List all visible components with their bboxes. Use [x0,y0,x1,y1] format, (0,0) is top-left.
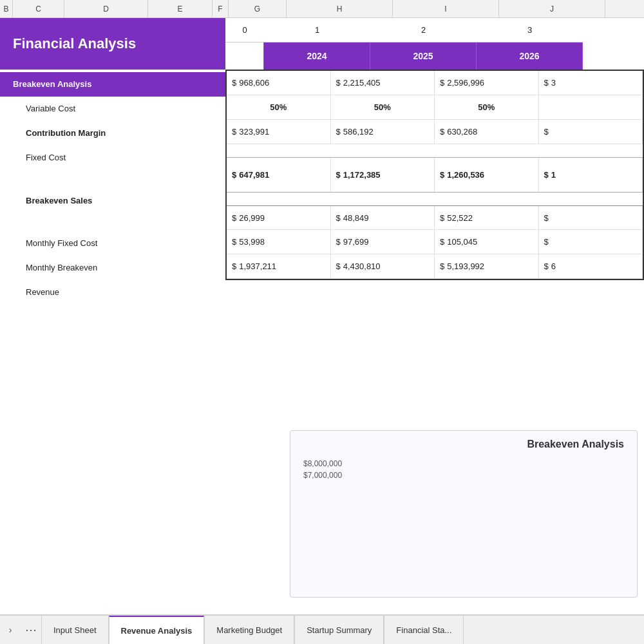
spreadsheet-area: Financial Analysis Breakeven Analysis Va… [0,18,644,598]
year-cell-empty [225,43,264,70]
cell-mfc-2025: $48,849 [331,206,435,229]
col-e: E [148,0,213,17]
col-numbers-row: 0 1 2 3 [225,18,583,43]
row-fixed-cost: $323,991 $586,192 $630,268 $ [227,120,643,144]
col-f: F [213,0,229,17]
sheet-tabs-bar: › ⋯ Input Sheet Revenue Analysis Marketi… [0,614,644,644]
chart-y-label-8m: $8,000,000 [303,459,624,468]
chart-title: Breakeven Analysis [290,431,637,450]
year-header-row: 2024 2025 2026 [225,43,583,70]
chart-y-label-7m: $7,000,000 [303,471,624,480]
row-variable-cost: $968,606 $2,215,405 $2,596,996 $3 [227,71,643,95]
year-cell-2025: 2025 [370,43,477,70]
cell-cm-2026: 50% [435,95,539,119]
cell-mfc-beyond: $ [539,206,643,229]
financial-analysis-header: Financial Analysis [0,18,225,70]
col-i: I [393,0,499,17]
cell-mb-beyond: $ [539,230,643,254]
cell-bs-2026: $1,260,536 [435,158,539,192]
cell-rev-beyond: $6 [539,254,643,278]
col-num-1: 1 [264,25,370,35]
cell-mfc-2026: $52,522 [435,206,539,229]
row-spacer-2 [227,193,643,205]
row-monthly-fixed-cost: $26,999 $48,849 $52,522 $ [227,205,643,230]
tab-financial-sta[interactable]: Financial Sta... [384,616,464,644]
section-breakeven-analysis: Breakeven Analysis [0,72,225,97]
tab-revenue-analysis[interactable]: Revenue Analysis [109,616,205,644]
label-contribution-margin: Contribution Margin [0,121,225,146]
cell-fc-2024: $323,991 [227,120,331,144]
cell-vc-2026: $2,596,996 [435,71,539,95]
col-num-2: 2 [370,25,477,35]
cell-vc-beyond: $3 [539,71,643,95]
chart-area: Breakeven Analysis $8,000,000 $7,000,000 [290,430,638,598]
col-num-0: 0 [225,25,264,35]
cell-fc-2025: $586,192 [331,120,435,144]
cell-rev-2024: $1,937,211 [227,254,331,278]
cell-vc-2025: $2,215,405 [331,71,435,95]
cell-bs-2024: $647,981 [227,158,331,192]
label-monthly-breakeven: Monthly Breakeven [0,256,225,280]
col-b: B [0,0,13,17]
data-grid: $968,606 $2,215,405 $2,596,996 $3 50% 50… [225,70,644,280]
cell-cm-2025: 50% [331,95,435,119]
tab-marketing-budget[interactable]: Marketing Budget [204,616,294,644]
label-fixed-cost: Fixed Cost [0,146,225,170]
row-breakeven-sales: $647,981 $1,172,385 $1,260,536 $1 [227,157,643,193]
cell-mb-2026: $105,045 [435,230,539,254]
cell-mb-2025: $97,699 [331,230,435,254]
cell-vc-2024: $968,606 [227,71,331,95]
col-d: D [64,0,148,17]
spreadsheet-title: Financial Analysis [13,35,136,52]
label-revenue: Revenue [0,280,225,305]
row-revenue: $1,937,211 $4,430,810 $5,193,992 $6 [227,254,643,279]
row-monthly-breakeven: $53,998 $97,699 $105,045 $ [227,230,643,254]
cell-bs-beyond: $1 [539,158,643,192]
label-variable-cost: Variable Cost [0,97,225,121]
left-panel: Financial Analysis Breakeven Analysis Va… [0,18,225,585]
col-j: J [499,0,605,17]
col-h: H [287,0,393,17]
tab-input-sheet[interactable]: Input Sheet [41,616,109,644]
tab-more[interactable]: ⋯ [21,616,41,644]
label-monthly-fixed-cost: Monthly Fixed Cost [0,231,225,256]
column-headers: B C D E F G H I J [0,0,644,18]
cell-cm-2024: 50% [227,95,331,119]
cell-fc-beyond: $ [539,120,643,144]
cell-rev-2025: $4,430,810 [331,254,435,278]
tab-arrow-left[interactable]: › [0,616,21,644]
year-cell-2026: 2026 [477,43,583,70]
cell-fc-2026: $630,268 [435,120,539,144]
row-contribution-margin-pct: 50% 50% 50% [227,95,643,120]
col-c: C [13,0,64,17]
row-spacer-1 [227,144,643,157]
spacer-1 [0,170,225,183]
cell-cm-beyond [539,95,643,119]
tab-startup-summary[interactable]: Startup Summary [294,616,384,644]
cell-rev-2026: $5,193,992 [435,254,539,278]
year-cell-2024: 2024 [264,43,370,70]
cell-mb-2024: $53,998 [227,230,331,254]
cell-bs-2025: $1,172,385 [331,158,435,192]
col-g: G [229,0,287,17]
row-labels: Breakeven Analysis Variable Cost Contrib… [0,70,225,305]
cell-mfc-2024: $26,999 [227,206,331,229]
label-breakeven-sales: Breakeven Sales [0,183,225,218]
chart-body: $8,000,000 $7,000,000 [290,450,637,489]
spacer-2 [0,218,225,231]
col-num-3: 3 [477,25,583,35]
